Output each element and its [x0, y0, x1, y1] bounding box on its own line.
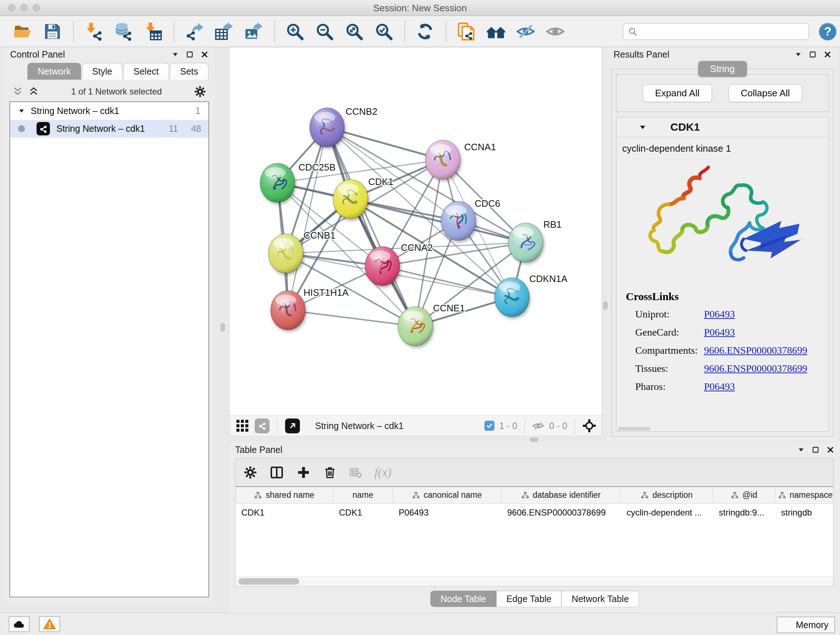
- network-node-CDKN1A[interactable]: [494, 278, 529, 317]
- network-selection-status: 1 of 1 Network selected: [44, 87, 189, 97]
- column-namespace-icon: [521, 491, 529, 499]
- column-header-name[interactable]: name: [333, 487, 393, 503]
- zoom-selected-button[interactable]: [373, 20, 394, 43]
- column-header-shared-name[interactable]: shared name: [235, 487, 333, 503]
- export-table-button[interactable]: [213, 20, 234, 43]
- selected-items-checkbox[interactable]: [485, 421, 494, 431]
- network-row-selected[interactable]: String Network – cdk1 11 48: [10, 120, 208, 138]
- network-node-CCNA2[interactable]: [365, 247, 400, 286]
- import-network-database-button[interactable]: [113, 20, 134, 43]
- zoom-out-button[interactable]: [314, 20, 335, 43]
- disclosure-triangle-icon[interactable]: [639, 124, 646, 131]
- zoom-fit-button[interactable]: [344, 20, 365, 43]
- node-label-CCNA2: CCNA2: [401, 242, 433, 253]
- table-row[interactable]: CDK1 CDK1 P06493 9606.ENSP00000378699 cy…: [235, 504, 833, 522]
- crosslink-genecard-link[interactable]: P06493: [704, 326, 735, 338]
- network-node-CCNE1[interactable]: [398, 307, 433, 346]
- tab-style[interactable]: Style: [82, 63, 123, 80]
- zoom-in-button[interactable]: [284, 20, 305, 43]
- memory-status-dot: [783, 621, 791, 629]
- gear-icon[interactable]: [194, 86, 206, 98]
- cloud-status-button[interactable]: [9, 616, 30, 632]
- panel-float-icon[interactable]: [809, 51, 816, 58]
- network-canvas[interactable]: CCNB2CCNA1CDC25BCDK1CDC6RB1CCNB1CCNA2CDK…: [229, 47, 602, 416]
- save-session-button[interactable]: [42, 20, 63, 43]
- panel-float-icon[interactable]: [186, 51, 194, 58]
- memory-button[interactable]: Memory: [777, 616, 835, 633]
- panel-close-icon[interactable]: [824, 51, 831, 58]
- network-node-CDC25B[interactable]: [260, 163, 295, 203]
- splitter-handle[interactable]: [220, 323, 225, 332]
- home-button[interactable]: [485, 20, 507, 43]
- tab-node-table[interactable]: Node Table: [431, 591, 496, 607]
- show-hide-panel-button[interactable]: [545, 20, 566, 43]
- network-node-HIST1H1A[interactable]: [271, 291, 305, 330]
- column-header-database-identifier[interactable]: database identifier: [501, 487, 621, 503]
- help-button[interactable]: ?: [819, 23, 836, 40]
- splitter-handle[interactable]: [530, 437, 538, 442]
- column-header-description[interactable]: description: [621, 487, 713, 503]
- expand-all-chevrons-icon[interactable]: [12, 86, 23, 97]
- open-session-button[interactable]: [12, 20, 33, 43]
- splitter-handle[interactable]: [603, 301, 608, 310]
- tab-select[interactable]: Select: [123, 63, 169, 80]
- crosslink-tissues-link[interactable]: 9606.ENSP00000378699: [704, 363, 807, 374]
- crosslink-compartments-link[interactable]: 9606.ENSP00000378699: [704, 345, 807, 356]
- network-node-CCNB2[interactable]: [309, 108, 344, 147]
- birds-eye-target-icon[interactable]: [582, 418, 597, 433]
- export-image-button[interactable]: [243, 20, 264, 43]
- tab-edge-table[interactable]: Edge Table: [496, 591, 562, 607]
- panel-close-icon[interactable]: [827, 446, 834, 454]
- gear-icon[interactable]: [243, 466, 257, 479]
- detach-view-button[interactable]: [285, 418, 300, 433]
- tab-network[interactable]: Network: [27, 63, 81, 80]
- crosslink-pharos-link[interactable]: P06493: [704, 381, 735, 393]
- panel-menu-chevron-icon[interactable]: [172, 51, 179, 58]
- cell-id: stringdb:9...: [713, 504, 775, 522]
- network-node-CCNA1[interactable]: [425, 140, 460, 179]
- disclosure-triangle-icon[interactable]: [18, 108, 25, 114]
- network-graph[interactable]: CCNB2CCNA1CDC25BCDK1CDC6RB1CCNB1CCNA2CDK…: [230, 48, 602, 415]
- column-header-canonical-name[interactable]: canonical name: [393, 487, 501, 503]
- crosslink-row: Tissues: 9606.ENSP00000378699: [626, 363, 829, 374]
- gene-card-header[interactable]: CDK1: [616, 117, 829, 137]
- import-network-file-button[interactable]: [83, 20, 104, 43]
- network-view: CCNB2CCNA1CDC25BCDK1CDC6RB1CCNB1CCNA2CDK…: [229, 47, 602, 436]
- node-label-CDC25B: CDC25B: [298, 162, 336, 173]
- selected-count: 1 - 0: [499, 421, 517, 431]
- export-network-button[interactable]: [184, 20, 205, 43]
- show-columns-icon[interactable]: [270, 465, 284, 480]
- table-horizontal-scrollbar[interactable]: [235, 576, 833, 586]
- tab-string[interactable]: String: [698, 61, 747, 77]
- panel-menu-chevron-icon[interactable]: [795, 51, 802, 58]
- results-scrollbar[interactable]: [616, 426, 829, 431]
- column-header-id[interactable]: @id: [713, 487, 775, 503]
- toggle-graphics-details-button[interactable]: [515, 20, 536, 43]
- network-node-RB1[interactable]: [508, 223, 543, 262]
- collapse-all-chevrons-icon[interactable]: [28, 86, 39, 97]
- network-collection-row[interactable]: String Network – cdk1 1: [10, 102, 208, 120]
- warnings-button[interactable]: [39, 616, 60, 632]
- tab-sets[interactable]: Sets: [170, 63, 208, 80]
- panel-close-icon[interactable]: [201, 51, 208, 58]
- network-node-CDC6[interactable]: [441, 201, 476, 241]
- network-node-CDK1[interactable]: [333, 180, 368, 219]
- duplicate-network-button[interactable]: [456, 20, 477, 43]
- refresh-view-button[interactable]: [415, 20, 436, 43]
- scrollbar-thumb[interactable]: [238, 578, 299, 585]
- string-view-button[interactable]: [255, 418, 270, 433]
- search-input[interactable]: [641, 27, 804, 36]
- network-node-CCNB1[interactable]: [268, 234, 303, 273]
- import-table-file-button[interactable]: [142, 20, 164, 43]
- tab-network-table[interactable]: Network Table: [561, 591, 639, 607]
- expand-all-button[interactable]: Expand All: [643, 84, 712, 102]
- column-header-namespace[interactable]: namespace: [775, 487, 833, 503]
- crosslink-uniprot-link[interactable]: P06493: [704, 309, 735, 320]
- collapse-all-button[interactable]: Collapse All: [729, 84, 802, 102]
- add-column-icon[interactable]: [296, 465, 311, 480]
- duplicate-network-icon: [456, 22, 476, 41]
- delete-column-trash-icon[interactable]: [323, 466, 337, 479]
- grid-view-button[interactable]: [235, 418, 249, 433]
- panel-float-icon[interactable]: [812, 446, 819, 454]
- panel-menu-chevron-icon[interactable]: [798, 447, 805, 453]
